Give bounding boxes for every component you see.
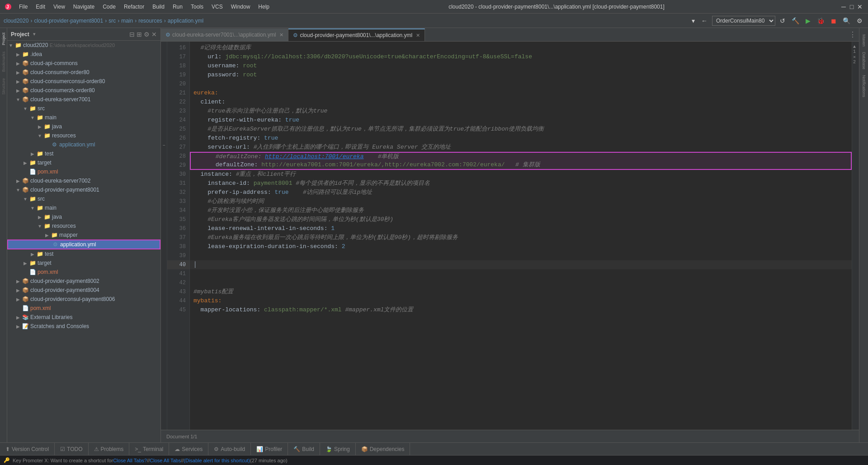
tree-item-eureka7001-target[interactable]: ▶ 📁 target bbox=[7, 158, 160, 167]
settings-button[interactable]: ⚙ bbox=[855, 16, 864, 25]
code-content[interactable]: #记得先创建数据库 url: jdbc:mysql://localhost:33… bbox=[190, 42, 852, 430]
editor-tab-eureka7001[interactable]: ⚙ cloud-eureka-server7001\...\applicatio… bbox=[161, 28, 288, 41]
tree-item-eureka7001-java[interactable]: ▶ 📁 java bbox=[7, 122, 160, 131]
bottom-tab-services[interactable]: ☁ Services bbox=[169, 443, 208, 455]
tree-item-eureka7001-test[interactable]: ▶ 📁 test bbox=[7, 149, 160, 158]
tree-item-payment8001-main[interactable]: ▼ 📁 main bbox=[7, 203, 160, 212]
bottom-tab-profiler[interactable]: 📊 Profiler bbox=[251, 443, 288, 455]
menu-run[interactable]: Run bbox=[169, 3, 186, 11]
editor-tab-payment8001[interactable]: ⚙ cloud-provider-payment8001\...\applica… bbox=[288, 28, 425, 41]
bottom-tab-label: Version Control bbox=[12, 446, 49, 452]
run-config-dropdown[interactable]: ▾ bbox=[690, 16, 697, 25]
bottom-tab-terminal[interactable]: >_ Terminal bbox=[129, 443, 169, 455]
tree-item-api-commons[interactable]: ▶ 📦 cloud-api-commons bbox=[7, 59, 160, 68]
build-button[interactable]: 🔨 bbox=[790, 16, 801, 25]
bottom-tab-problems[interactable]: ⚠ Problems bbox=[89, 443, 130, 455]
tree-item-idea[interactable]: ▶ 📁 .idea bbox=[7, 50, 160, 59]
yaml-tab-icon: ⚙ bbox=[165, 32, 170, 38]
bottom-tab-todo[interactable]: ☑ TODO bbox=[55, 443, 88, 455]
back-button[interactable]: ← bbox=[699, 16, 709, 25]
project-panel-dropdown[interactable]: ▾ bbox=[33, 31, 36, 37]
tree-arrow bbox=[22, 270, 29, 275]
menu-help[interactable]: Help bbox=[255, 3, 273, 11]
tree-item-payment8004[interactable]: ▶ 📦 cloud-provider-payment8004 bbox=[7, 286, 160, 295]
settings-icon[interactable]: ⚙ bbox=[144, 31, 150, 38]
menu-vcs[interactable]: VCS bbox=[208, 3, 226, 11]
tree-item-eureka7001-src[interactable]: ▼ 📁 src bbox=[7, 104, 160, 113]
run-button[interactable]: ▶ bbox=[804, 16, 812, 25]
notifications-tab[interactable]: Notifications bbox=[861, 72, 867, 100]
tree-item-payment8001-src[interactable]: ▼ 📁 src bbox=[7, 194, 160, 203]
tree-item-root-pom[interactable]: 📄 pom.xml bbox=[7, 304, 160, 313]
key-promoter-link-3[interactable]: (Disable alert for this shortcut) bbox=[184, 458, 250, 463]
tree-item-consumerzk-order80[interactable]: ▶ 📦 cloud-consumerzk-order80 bbox=[7, 86, 160, 95]
database-tab[interactable]: Database bbox=[861, 49, 867, 72]
key-promoter-text: Key Promoter X: Want to create a shortcu… bbox=[13, 458, 113, 463]
menu-refactor[interactable]: Refactor bbox=[120, 3, 148, 11]
menu-tools[interactable]: Tools bbox=[187, 3, 207, 11]
tree-item-consumerconsul-order80[interactable]: ▶ 📦 cloud-consumerconsul-order80 bbox=[7, 77, 160, 86]
stop-button[interactable]: ◼ bbox=[829, 16, 838, 25]
tree-item-eureka7001-main[interactable]: ▼ 📁 main bbox=[7, 113, 160, 122]
sidebar-item-structure[interactable]: Structure bbox=[0, 75, 7, 98]
breadcrumb-main[interactable]: main bbox=[121, 18, 133, 24]
bottom-tab-version-control[interactable]: ⬆ Version Control bbox=[0, 443, 55, 455]
breadcrumb-file[interactable]: application.yml bbox=[168, 18, 203, 24]
menu-build[interactable]: Build bbox=[149, 3, 168, 11]
breadcrumb-root[interactable]: cloud2020 bbox=[4, 18, 28, 24]
menu-window[interactable]: Window bbox=[227, 3, 254, 11]
key-promoter-link-2[interactable]: Close All Tabs bbox=[150, 458, 181, 463]
menu-view[interactable]: View bbox=[50, 3, 69, 11]
tree-item-payment8001-pom[interactable]: 📄 pom.xml bbox=[7, 268, 160, 277]
tree-item-eureka7001-pom[interactable]: 📄 pom.xml bbox=[7, 167, 160, 176]
tab-more-button[interactable]: ⋮ bbox=[846, 30, 859, 39]
search-button[interactable]: 🔍 bbox=[841, 16, 852, 25]
sidebar-item-bookmarks[interactable]: Bookmarks bbox=[0, 49, 7, 75]
tree-item-payment8001[interactable]: ▼ 📦 cloud-provider-payment8001 bbox=[7, 185, 160, 194]
tree-item-payment8001-test[interactable]: ▶ 📁 test bbox=[7, 249, 160, 258]
minimize-button[interactable]: ─ bbox=[840, 3, 847, 10]
tree-item-root[interactable]: ▼ 📁 cloud2020 E:\idea-workspace\cloud202… bbox=[7, 41, 160, 50]
tree-item-scratches[interactable]: ▶ 📝 Scratches and Consoles bbox=[7, 322, 160, 331]
tree-item-eureka7002[interactable]: ▶ 📦 cloud-eureka-server7002 bbox=[7, 176, 160, 185]
refresh-button[interactable]: ↺ bbox=[778, 16, 787, 25]
menu-code[interactable]: Code bbox=[99, 3, 119, 11]
bottom-tab-build[interactable]: 🔨 Build bbox=[288, 443, 320, 455]
sidebar-item-project[interactable]: Project bbox=[0, 30, 7, 48]
breadcrumb-resources[interactable]: resources bbox=[138, 18, 162, 24]
tree-item-payment8001-yaml[interactable]: ⚙ application.yml bbox=[7, 240, 160, 249]
tree-item-consumer-order80[interactable]: ▶ 📦 cloud-consumer-order80 bbox=[7, 68, 160, 77]
tree-item-payment8001-mapper[interactable]: ▶ 📁 mapper bbox=[7, 230, 160, 240]
tree-item-payment8002[interactable]: ▶ 📦 cloud-provider-payment8002 bbox=[7, 277, 160, 286]
breadcrumb-module[interactable]: cloud-provider-payment8001 bbox=[34, 18, 103, 24]
tree-item-eureka7001-resources[interactable]: ▼ 📁 resources bbox=[7, 131, 160, 140]
tree-item-ext-libraries[interactable]: ▶ 📚 External Libraries bbox=[7, 313, 160, 322]
bottom-tab-spring[interactable]: 🍃 Spring bbox=[320, 443, 356, 455]
tree-item-payment8006[interactable]: ▶ 📦 cloud-providerconsul-payment8006 bbox=[7, 295, 160, 304]
maximize-button[interactable]: □ bbox=[848, 3, 855, 10]
folder-icon: 📁 bbox=[22, 51, 29, 58]
debug-button[interactable]: 🐞 bbox=[815, 16, 826, 25]
menu-file[interactable]: File bbox=[15, 3, 31, 11]
maven-tab[interactable]: Maven bbox=[861, 32, 867, 49]
expand-all-icon[interactable]: ⊞ bbox=[137, 31, 142, 38]
breadcrumb-src[interactable]: src bbox=[108, 18, 116, 24]
tree-item-eureka7001-yaml[interactable]: ⚙ application.yml bbox=[7, 140, 160, 149]
tree-arrow: ▼ bbox=[29, 206, 36, 211]
close-panel-icon[interactable]: ✕ bbox=[151, 31, 157, 38]
code-line-40: │ bbox=[190, 260, 852, 269]
close-button[interactable]: ✕ bbox=[856, 3, 863, 10]
tree-item-payment8001-target[interactable]: ▶ 📁 target bbox=[7, 258, 160, 268]
run-config-select[interactable]: OrderConsulMain80 bbox=[712, 16, 775, 26]
tree-item-eureka7001[interactable]: ▼ 📦 cloud-eureka-server7001 bbox=[7, 95, 160, 104]
tree-item-payment8001-resources[interactable]: ▼ 📁 resources bbox=[7, 221, 160, 230]
bottom-tab-auto-build[interactable]: ⚙ Auto-build bbox=[208, 443, 251, 455]
tab-close-button[interactable]: ✕ bbox=[279, 32, 283, 38]
key-promoter-link-1[interactable]: Close All Tabs? bbox=[113, 458, 147, 463]
tab-close-button[interactable]: ✕ bbox=[416, 33, 420, 38]
collapse-all-icon[interactable]: ⊟ bbox=[129, 31, 135, 38]
menu-edit[interactable]: Edit bbox=[32, 3, 49, 11]
menu-navigate[interactable]: Navigate bbox=[70, 3, 98, 11]
bottom-tab-dependencies[interactable]: 📦 Dependencies bbox=[356, 443, 410, 455]
tree-item-payment8001-java[interactable]: ▶ 📁 java bbox=[7, 212, 160, 221]
